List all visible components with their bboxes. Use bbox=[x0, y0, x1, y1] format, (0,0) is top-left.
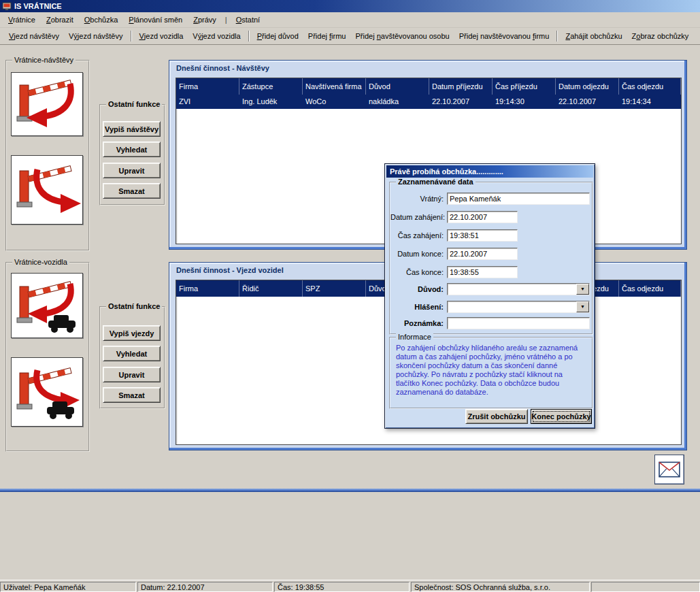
cas-konce-label: Čas konce: bbox=[390, 268, 447, 276]
app-icon bbox=[2, 1, 12, 11]
duvod-dropdown[interactable]: ▼ bbox=[447, 283, 590, 295]
info-text: Po zahájení obchůzky hlídaného areálu se… bbox=[396, 344, 586, 397]
cell: 22.10.2007 bbox=[556, 95, 619, 109]
menu-separator: | bbox=[222, 16, 231, 24]
poznamka-label: Poznámka: bbox=[390, 319, 447, 327]
patrol-dialog: Právě probíhá obchůzka............. Zazn… bbox=[384, 163, 595, 429]
chevron-down-icon[interactable]: ▼ bbox=[576, 284, 589, 295]
column-header[interactable]: SPZ bbox=[303, 280, 366, 297]
hlaseni-label: Hlášení: bbox=[390, 303, 447, 311]
hlaseni-dropdown[interactable]: ▼ bbox=[447, 301, 590, 313]
duvod-value bbox=[448, 284, 576, 295]
visit-entry-gate-button[interactable] bbox=[11, 72, 83, 136]
gate-panel-vehicles-title: Vrátnice-vozidla bbox=[12, 258, 69, 266]
column-header[interactable]: Firma bbox=[176, 280, 239, 297]
toolbar-pridej-duvod[interactable]: Přidej důvod bbox=[252, 29, 303, 43]
menu-vratnice[interactable]: Vrátnice bbox=[3, 14, 41, 26]
upravit-navstevy-button[interactable]: Upravit bbox=[103, 163, 161, 178]
gate-panel-vehicles: Vrátnice-vozidla bbox=[5, 262, 90, 452]
zrusit-obchuzku-button[interactable]: Zrušit obchůzku bbox=[465, 409, 528, 424]
visits-activity-title: Dnešní činnost - Návštěvy bbox=[176, 64, 269, 72]
vratny-field[interactable] bbox=[447, 193, 590, 205]
cell: Ing. Luděk bbox=[239, 95, 303, 109]
info-group: Informace Po zahájení obchůzky hlídaného… bbox=[389, 337, 593, 409]
column-header[interactable]: Řidič bbox=[239, 280, 303, 297]
menu-planovani-smen[interactable]: Plánování směn bbox=[123, 14, 188, 26]
menu-obchuzka[interactable]: Obchůzka bbox=[79, 14, 124, 26]
column-header[interactable]: Zástupce bbox=[239, 78, 303, 95]
poznamka-field[interactable] bbox=[447, 317, 590, 329]
column-header[interactable]: Firma bbox=[176, 78, 239, 95]
cas-zahajeni-label: Čas zahájení: bbox=[390, 231, 447, 240]
status-bar: Uživatel: Pepa Kameňák Datum: 22.10.2007… bbox=[0, 580, 700, 592]
column-header[interactable]: Datum odjezdu bbox=[556, 78, 619, 95]
toolbar-pridej-navstevovanou-firmu[interactable]: Přidej navštěvovanou firmu bbox=[454, 29, 554, 43]
chevron-down-icon[interactable]: ▼ bbox=[576, 301, 589, 312]
menu-zobrazit[interactable]: Zobrazit bbox=[41, 14, 79, 26]
column-header[interactable]: Navštívená firma bbox=[303, 78, 366, 95]
table-row-selected[interactable]: ZVI Ing. Luděk WoCo nakládka 22.10.2007 … bbox=[176, 95, 681, 109]
duvod-label: Důvod: bbox=[390, 285, 447, 293]
toolbar-vjezd-vozidla[interactable]: Vjezd vozidla bbox=[135, 29, 188, 43]
hlaseni-value bbox=[448, 301, 576, 312]
cas-zahajeni-field[interactable] bbox=[447, 229, 518, 242]
cas-konce-field[interactable] bbox=[447, 266, 518, 278]
column-header[interactable]: Čas odjezdu bbox=[619, 78, 681, 95]
vehicle-entry-gate-button[interactable] bbox=[11, 273, 83, 338]
info-title: Informace bbox=[396, 333, 433, 341]
barrier-gate-vehicle-entry-icon bbox=[12, 274, 82, 338]
menu-bar: Vrátnice Zobrazit Obchůzka Plánování smě… bbox=[0, 12, 700, 27]
toolbar-separator bbox=[131, 31, 132, 42]
toolbar-zobraz-obchuzky[interactable]: Zobraz obchůzky bbox=[627, 29, 694, 43]
gate-panel-visits: Vrátnice-návštěvy bbox=[5, 60, 90, 251]
toolbar-vyjezd-navstevy[interactable]: Výjezd návštěvy bbox=[64, 29, 128, 43]
konec-pochuzky-button[interactable]: Konec pochůzky bbox=[531, 409, 592, 424]
vyhledat-navstevy-button[interactable]: Vyhledat bbox=[103, 142, 161, 157]
visits-table-header: Firma Zástupce Navštívená firma Důvod Da… bbox=[176, 78, 681, 95]
cell: 19:14:30 bbox=[493, 95, 556, 109]
patrol-dialog-title: Právě probíhá obchůzka............. bbox=[390, 167, 503, 176]
toolbar-vjezd-navstevy[interactable]: Vjezd návštěvy bbox=[4, 29, 64, 43]
vehicle-functions-title: Ostatní funkce bbox=[106, 302, 162, 310]
recorded-data-title: Zaznamenávané data bbox=[396, 178, 476, 186]
smazat-vjezdy-button[interactable]: Smazat bbox=[103, 387, 161, 403]
vehicle-exit-gate-button[interactable] bbox=[11, 357, 83, 427]
toolbar-pridej-firmu[interactable]: Přidej firmu bbox=[303, 29, 351, 43]
vratny-label: Vrátný: bbox=[390, 195, 447, 203]
app-window: IS VRÁTNICE Vrátnice Zobrazit Obchůzka P… bbox=[0, 0, 700, 592]
smazat-navstevy-button[interactable]: Smazat bbox=[103, 183, 161, 199]
datum-konce-field[interactable] bbox=[447, 248, 518, 260]
datum-zahajeni-label: Datum zahájení: bbox=[390, 213, 447, 221]
patrol-dialog-title-bar[interactable]: Právě probíhá obchůzka............. bbox=[386, 165, 593, 178]
cell: nakládka bbox=[366, 95, 429, 109]
column-header[interactable]: Čas příjezdu bbox=[493, 78, 556, 95]
cell: 22.10.2007 bbox=[429, 95, 493, 109]
toolbar-separator bbox=[556, 31, 558, 42]
menu-zpravy[interactable]: Zprávy bbox=[188, 14, 222, 26]
visit-functions-group: Ostatní funkce Vypiš návštěvy Vyhledat U… bbox=[99, 104, 165, 205]
vypis-vjezdy-button[interactable]: Vypiš vjezdy bbox=[103, 325, 161, 341]
barrier-gate-vehicle-exit-icon bbox=[12, 358, 82, 426]
column-header[interactable]: Čas odjezdu bbox=[619, 280, 681, 297]
status-user: Uživatel: Pepa Kameňák bbox=[0, 582, 136, 592]
visit-functions-title: Ostatní funkce bbox=[106, 100, 162, 108]
status-date: Datum: 22.10.2007 bbox=[137, 582, 273, 592]
vypis-navstevy-button[interactable]: Vypiš návštěvy bbox=[103, 121, 161, 137]
title-bar[interactable]: IS VRÁTNICE bbox=[0, 0, 700, 12]
toolbar-zahajit-obchuzku[interactable]: Zahájit obchůzku bbox=[561, 29, 627, 43]
datum-konce-label: Datum konce: bbox=[390, 250, 447, 258]
column-header[interactable]: Důvod bbox=[366, 78, 429, 95]
vyhledat-vjezdy-button[interactable]: Vyhledat bbox=[103, 346, 161, 361]
gate-panel-visits-title: Vrátnice-návštěvy bbox=[12, 56, 76, 64]
toolbar-vyjezd-vozidla[interactable]: Výjezd vozidla bbox=[188, 29, 245, 43]
column-header[interactable]: Datum příjezdu bbox=[429, 78, 493, 95]
status-time: Čas: 19:38:55 bbox=[274, 582, 410, 592]
mail-button[interactable] bbox=[654, 455, 684, 484]
upravit-vjezdy-button[interactable]: Upravit bbox=[103, 367, 161, 382]
datum-zahajeni-field[interactable] bbox=[447, 211, 518, 223]
menu-ostatni[interactable]: Ostatní bbox=[231, 14, 265, 26]
visit-exit-gate-button[interactable] bbox=[11, 155, 83, 225]
status-empty bbox=[591, 582, 700, 592]
vehicles-activity-title: Dnešní činnost - Vjezd vozidel bbox=[176, 266, 284, 274]
toolbar-pridej-navstevovanou-osobu[interactable]: Přidej navštěvovanou osobu bbox=[350, 29, 454, 43]
